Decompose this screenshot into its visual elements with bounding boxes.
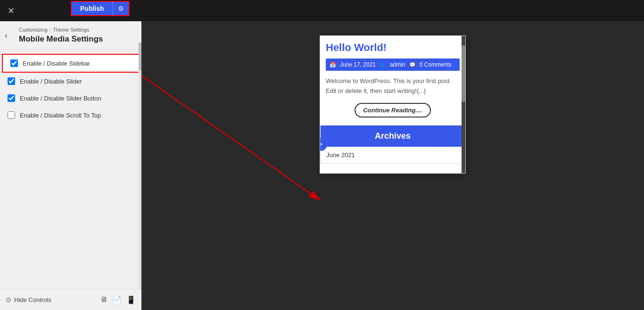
checkbox-0[interactable] — [10, 59, 18, 67]
post-title: Hello World! — [326, 42, 460, 54]
hide-controls-label: Hide Controls — [14, 296, 51, 303]
widget-area: ✏ Archives June 2021 — [320, 125, 465, 164]
preview-scrollbar[interactable] — [462, 36, 465, 173]
hide-controls-icon: ⊙ — [6, 296, 11, 303]
checkbox-label-2: Enable / Disable Slider Button — [20, 95, 101, 102]
post-excerpt: Welcome to WordPress. This is your first… — [326, 76, 460, 96]
checkbox-item-3[interactable]: Enable / Disable Scroll To Top — [0, 107, 141, 124]
post-comments: 0 Comments — [420, 61, 452, 68]
sidebar-bottom: ⊙ Hide Controls 🖥 📄 📱 — [0, 289, 141, 310]
checkbox-item-1[interactable]: Enable / Disable Slider — [0, 73, 141, 90]
main-layout: ‹ Customizing › Theme Settings Mobile Me… — [0, 21, 644, 310]
top-bar: ✕ Publish ⚙ — [0, 0, 644, 21]
checkbox-list: Enable / Disable SidebarEnable / Disable… — [0, 54, 141, 124]
checkbox-label-1: Enable / Disable Slider — [20, 78, 82, 85]
sidebar: ‹ Customizing › Theme Settings Mobile Me… — [0, 21, 141, 310]
checkbox-label-0: Enable / Disable Sidebar — [23, 60, 90, 67]
checkbox-1[interactable] — [8, 77, 15, 85]
section-title: Mobile Media Settings — [19, 34, 134, 44]
date-icon: 📅 — [330, 62, 336, 68]
continue-reading-button[interactable]: Continue Reading.... — [355, 103, 431, 117]
preview-area: Hello World! 📅 June 17, 2021 👤 admin 💬 0… — [141, 21, 644, 310]
mobile-preview-content[interactable]: Hello World! 📅 June 17, 2021 👤 admin 💬 0… — [320, 36, 465, 173]
breadcrumb: Customizing › Theme Settings — [19, 27, 134, 33]
view-icons: 🖥 📄 📱 — [100, 295, 136, 304]
sidebar-scroll-area[interactable]: Enable / Disable SidebarEnable / Disable… — [0, 50, 141, 289]
edit-icon: ✏ — [320, 141, 323, 148]
archives-header: Archives — [321, 126, 465, 147]
breadcrumb-part2: Theme Settings — [53, 27, 89, 33]
preview-scrollbar-thumb — [462, 45, 465, 102]
mobile-view-icon[interactable]: 📱 — [126, 295, 136, 304]
publish-area: Publish ⚙ — [71, 1, 130, 16]
archives-items: June 2021 — [321, 147, 465, 163]
mobile-preview: Hello World! 📅 June 17, 2021 👤 admin 💬 0… — [320, 35, 466, 174]
comments-icon: 💬 — [409, 62, 416, 68]
post-author: admin — [390, 61, 405, 68]
back-button[interactable]: ‹ — [5, 31, 8, 41]
post-meta: 📅 June 17, 2021 👤 admin 💬 0 Comments — [326, 59, 460, 71]
hide-controls-button[interactable]: ⊙ Hide Controls — [6, 296, 51, 303]
checkbox-item-0[interactable]: Enable / Disable Sidebar — [2, 54, 140, 73]
post-date: June 17, 2021 — [340, 61, 376, 68]
breadcrumb-separator: › — [50, 27, 51, 33]
close-button[interactable]: ✕ — [0, 6, 22, 16]
desktop-view-icon[interactable]: 🖥 — [100, 295, 107, 304]
checkbox-3[interactable] — [8, 111, 15, 119]
breadcrumb-part1: Customizing — [19, 27, 48, 33]
archive-item-0: June 2021 — [321, 147, 465, 163]
checkbox-label-3: Enable / Disable Scroll To Top — [20, 112, 101, 119]
sidebar-header: ‹ Customizing › Theme Settings Mobile Me… — [0, 21, 141, 50]
publish-button[interactable]: Publish — [71, 1, 113, 16]
checkbox-item-2[interactable]: Enable / Disable Slider Button — [0, 90, 141, 107]
svg-line-1 — [141, 75, 321, 201]
tablet-view-icon[interactable]: 📄 — [112, 295, 122, 304]
checkbox-2[interactable] — [8, 94, 15, 102]
gear-button[interactable]: ⚙ — [113, 1, 130, 16]
author-icon: 👤 — [380, 62, 386, 68]
